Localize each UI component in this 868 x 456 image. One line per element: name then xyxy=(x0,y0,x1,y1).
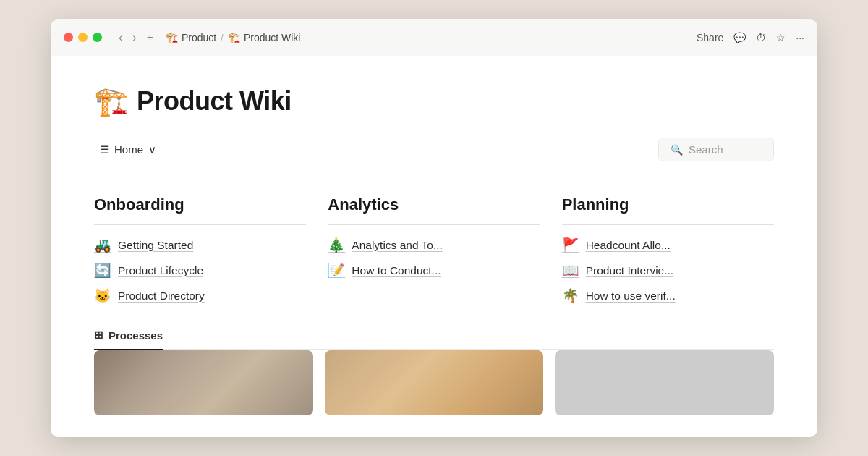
image-card-3[interactable] xyxy=(555,350,774,415)
product-interview-icon: 📖 xyxy=(562,262,579,279)
list-item-product-lifecycle[interactable]: 🔄 Product Lifecycle xyxy=(94,262,306,279)
traffic-lights xyxy=(64,33,102,42)
maximize-button[interactable] xyxy=(93,33,102,42)
section-planning-heading: Planning xyxy=(562,195,774,214)
section-planning-list: 🚩 Headcount Allo... 📖 Product Intervie..… xyxy=(562,237,774,304)
nav-controls: ‹ › + xyxy=(115,29,157,46)
image-card-2[interactable] xyxy=(325,350,544,415)
analytics-label: Analytics and To... xyxy=(352,239,443,252)
home-label: Home xyxy=(114,143,143,156)
search-placeholder: Search xyxy=(689,143,723,156)
section-planning-divider xyxy=(562,224,774,225)
section-onboarding-divider xyxy=(94,224,306,225)
breadcrumb-wiki[interactable]: 🏗️ Product Wiki xyxy=(228,32,301,43)
product-directory-icon: 🐱 xyxy=(94,287,111,304)
close-button[interactable] xyxy=(64,33,73,42)
page-content: 🏗️ Product Wiki ☰ Home ∨ 🔍 Search Onboar… xyxy=(51,56,817,437)
breadcrumb-product[interactable]: 🏗️ Product xyxy=(166,32,216,43)
section-analytics-divider xyxy=(328,224,540,225)
search-icon: 🔍 xyxy=(671,144,683,156)
analytics-icon: 🎄 xyxy=(328,237,345,253)
product-icon: 🏗️ xyxy=(166,32,178,43)
add-button[interactable]: + xyxy=(143,29,157,46)
processes-tab-bar: ⊞ Processes xyxy=(94,329,774,350)
processes-tab[interactable]: ⊞ Processes xyxy=(94,329,163,350)
minimize-button[interactable] xyxy=(78,33,88,42)
search-box[interactable]: 🔍 Search xyxy=(658,138,774,161)
how-to-verif-icon: 🌴 xyxy=(562,287,579,304)
history-icon[interactable]: ⏱ xyxy=(756,32,766,43)
page-title: Product Wiki xyxy=(137,86,292,117)
titlebar-actions: Share 💬 ⏱ ☆ ··· xyxy=(697,32,804,43)
section-planning: Planning 🚩 Headcount Allo... 📖 Product I… xyxy=(562,195,774,304)
breadcrumb: 🏗️ Product / 🏗️ Product Wiki xyxy=(166,32,688,43)
list-item-analytics-to[interactable]: 🎄 Analytics and To... xyxy=(328,237,540,253)
how-to-verif-label: How to use verif... xyxy=(586,290,676,303)
breadcrumb-product-label: Product xyxy=(182,32,216,43)
processes-grid-icon: ⊞ xyxy=(94,329,103,342)
section-analytics-heading: Analytics xyxy=(328,195,540,214)
list-item-product-interview[interactable]: 📖 Product Intervie... xyxy=(562,262,774,279)
section-onboarding: Onboarding 🚜 Getting Started 🔄 Product L… xyxy=(94,195,306,304)
product-directory-label: Product Directory xyxy=(118,290,205,303)
headcount-label: Headcount Allo... xyxy=(586,239,671,252)
list-item-product-directory[interactable]: 🐱 Product Directory xyxy=(94,287,306,304)
section-analytics: Analytics 🎄 Analytics and To... 📝 How to… xyxy=(328,195,540,304)
home-chevron-icon: ∨ xyxy=(148,143,156,156)
product-interview-label: Product Intervie... xyxy=(586,264,673,277)
headcount-icon: 🚩 xyxy=(562,237,579,253)
page-navbar: ☰ Home ∨ 🔍 Search xyxy=(94,138,774,169)
processes-tab-label: Processes xyxy=(109,329,163,342)
product-lifecycle-label: Product Lifecycle xyxy=(118,264,203,277)
share-button[interactable]: Share xyxy=(697,32,723,43)
wiki-icon: 🏗️ xyxy=(228,32,240,43)
comment-icon[interactable]: 💬 xyxy=(733,32,746,43)
home-button[interactable]: ☰ Home ∨ xyxy=(94,140,162,159)
image-card-1[interactable] xyxy=(94,350,313,415)
how-to-conduct-label: How to Conduct... xyxy=(352,264,441,277)
list-item-headcount[interactable]: 🚩 Headcount Allo... xyxy=(562,237,774,253)
home-list-icon: ☰ xyxy=(100,143,109,156)
back-button[interactable]: ‹ xyxy=(115,29,126,46)
favorite-icon[interactable]: ☆ xyxy=(776,32,786,43)
list-item-how-to-verif[interactable]: 🌴 How to use verif... xyxy=(562,287,774,304)
product-lifecycle-icon: 🔄 xyxy=(94,262,111,279)
how-to-conduct-icon: 📝 xyxy=(328,262,345,279)
section-onboarding-list: 🚜 Getting Started 🔄 Product Lifecycle 🐱 … xyxy=(94,237,306,304)
main-window: ‹ › + 🏗️ Product / 🏗️ Product Wiki Share… xyxy=(51,19,817,437)
forward-button[interactable]: › xyxy=(129,29,140,46)
list-item-getting-started[interactable]: 🚜 Getting Started xyxy=(94,237,306,253)
more-options-icon[interactable]: ··· xyxy=(796,32,804,43)
titlebar: ‹ › + 🏗️ Product / 🏗️ Product Wiki Share… xyxy=(51,19,817,56)
image-cards xyxy=(94,350,774,415)
getting-started-icon: 🚜 xyxy=(94,237,111,253)
section-onboarding-heading: Onboarding xyxy=(94,195,306,214)
section-analytics-list: 🎄 Analytics and To... 📝 How to Conduct..… xyxy=(328,237,540,279)
getting-started-label: Getting Started xyxy=(118,239,193,252)
page-emoji: 🏗️ xyxy=(94,85,128,117)
sections-grid: Onboarding 🚜 Getting Started 🔄 Product L… xyxy=(94,195,774,304)
breadcrumb-separator: / xyxy=(221,32,224,43)
breadcrumb-wiki-label: Product Wiki xyxy=(244,32,301,43)
list-item-how-to-conduct[interactable]: 📝 How to Conduct... xyxy=(328,262,540,279)
page-header: 🏗️ Product Wiki xyxy=(94,85,774,117)
